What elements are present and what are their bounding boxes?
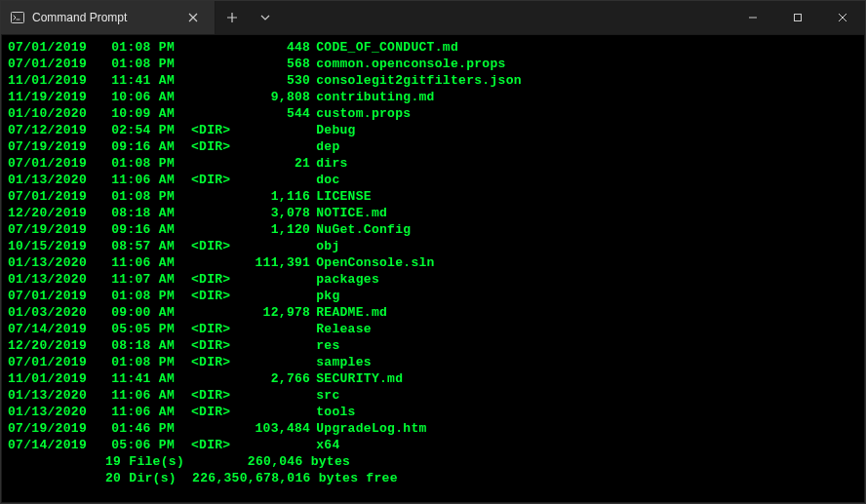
col-dir: <DIR> — [181, 271, 240, 288]
col-time: 02:54 PM — [111, 122, 181, 138]
tab-command-prompt[interactable]: Command Prompt — [1, 1, 216, 34]
listing-row: 07/01/2019 01:08 PM568common.openconsole… — [8, 56, 858, 72]
col-name: CODE_OF_CONDUCT.md — [310, 39, 458, 56]
col-time: 10:06 AM — [111, 89, 181, 105]
col-name: README.md — [310, 304, 387, 321]
col-name: consolegit2gitfilters.json — [310, 72, 522, 89]
col-dir: <DIR> — [181, 238, 240, 254]
listing-row: 07/19/2019 09:16 AM1,120NuGet.Config — [8, 221, 858, 238]
chevron-down-icon — [259, 12, 271, 23]
col-size: 21 — [240, 155, 310, 172]
col-time: 11:06 AM — [111, 254, 181, 271]
window-close-button[interactable] — [820, 1, 865, 34]
col-name: samples — [310, 354, 372, 370]
window-controls — [730, 1, 865, 34]
col-date: 07/01/2019 — [8, 39, 96, 56]
col-size: 2,766 — [240, 370, 310, 387]
col-name: common.openconsole.props — [310, 56, 505, 72]
col-dir: <DIR> — [181, 404, 240, 420]
col-date: 07/19/2019 — [8, 138, 96, 155]
col-date: 11/01/2019 — [8, 370, 96, 387]
col-time: 11:06 AM — [111, 172, 181, 188]
titlebar-drag-region[interactable] — [282, 1, 730, 34]
col-name: LICENSE — [310, 188, 372, 205]
col-size: 530 — [240, 72, 310, 89]
svg-rect-0 — [12, 13, 24, 23]
col-dir: <DIR> — [181, 387, 240, 404]
col-time: 11:07 AM — [111, 271, 181, 288]
col-time: 11:41 AM — [111, 72, 181, 89]
col-date: 07/19/2019 — [8, 420, 96, 437]
listing-row: 01/13/2020 11:06 AM111,391OpenConsole.sl… — [8, 254, 858, 271]
col-name: dirs — [310, 155, 347, 172]
col-size: 3,078 — [240, 205, 310, 221]
cmd-icon — [11, 11, 24, 24]
tab-dropdown-button[interactable] — [249, 1, 282, 34]
col-size: 103,484 — [240, 420, 310, 437]
col-name: UpgradeLog.htm — [310, 420, 426, 437]
col-date: 07/14/2019 — [8, 437, 96, 453]
col-time: 08:18 AM — [111, 337, 181, 354]
col-name: NOTICE.md — [310, 205, 387, 221]
col-date: 07/19/2019 — [8, 221, 96, 238]
col-dir: <DIR> — [181, 138, 240, 155]
col-time: 01:08 PM — [111, 288, 181, 304]
col-dir: <DIR> — [181, 354, 240, 370]
col-size: 111,391 — [240, 254, 310, 271]
col-time: 09:16 AM — [111, 138, 181, 155]
col-time: 01:08 PM — [111, 188, 181, 205]
tab-close-button[interactable] — [181, 6, 205, 29]
col-time: 11:06 AM — [111, 404, 181, 420]
col-time: 09:16 AM — [111, 221, 181, 238]
titlebar[interactable]: Command Prompt — [1, 1, 865, 34]
listing-row: 01/13/2020 11:07 AM<DIR>packages — [8, 271, 858, 288]
col-date: 11/19/2019 — [8, 89, 96, 105]
col-date: 01/13/2020 — [8, 172, 96, 188]
col-time: 11:41 AM — [111, 370, 181, 387]
col-time: 01:08 PM — [111, 354, 181, 370]
col-date: 01/13/2020 — [8, 254, 96, 271]
terminal-output[interactable]: 07/01/2019 01:08 PM448CODE_OF_CONDUCT.md… — [1, 34, 865, 503]
col-time: 01:08 PM — [111, 39, 181, 56]
summary-files: 19 File(s) 260,046 bytes — [8, 453, 858, 470]
col-time: 09:00 AM — [111, 304, 181, 321]
minimize-button[interactable] — [730, 1, 775, 34]
col-size: 1,116 — [240, 188, 310, 205]
col-date: 10/15/2019 — [8, 238, 96, 254]
col-name: packages — [310, 271, 379, 288]
listing-row: 12/20/2019 08:18 AM<DIR>res — [8, 337, 858, 354]
col-size: 544 — [240, 105, 310, 122]
col-name: src — [310, 387, 339, 404]
listing-row: 01/13/2020 11:06 AM<DIR>doc — [8, 172, 858, 188]
col-date: 01/03/2020 — [8, 304, 96, 321]
col-date: 07/12/2019 — [8, 122, 96, 138]
close-icon — [188, 13, 198, 22]
col-dir: <DIR> — [181, 437, 240, 453]
listing-row: 07/01/2019 01:08 PM<DIR>pkg — [8, 288, 858, 304]
summary-dirs: 20 Dir(s) 226,350,678,016 bytes free — [8, 470, 858, 486]
col-name: OpenConsole.sln — [310, 254, 435, 271]
col-name: res — [310, 337, 339, 354]
new-tab-button[interactable] — [216, 1, 249, 34]
tab-title: Command Prompt — [32, 11, 174, 24]
col-date: 11/01/2019 — [8, 72, 96, 89]
blank-line — [8, 486, 858, 503]
col-date: 07/01/2019 — [8, 155, 96, 172]
close-icon — [838, 13, 847, 22]
col-time: 01:46 PM — [111, 420, 181, 437]
maximize-button[interactable] — [775, 1, 820, 34]
col-name: obj — [310, 238, 339, 254]
col-date: 01/13/2020 — [8, 404, 96, 420]
listing-row: 07/01/2019 01:08 PM448CODE_OF_CONDUCT.md — [8, 39, 858, 56]
col-date: 12/20/2019 — [8, 205, 96, 221]
col-time: 01:08 PM — [111, 56, 181, 72]
col-time: 10:09 AM — [111, 105, 181, 122]
listing-row: 01/13/2020 11:06 AM<DIR>tools — [8, 404, 858, 420]
col-name: custom.props — [310, 105, 411, 122]
col-size: 12,978 — [240, 304, 310, 321]
col-dir: <DIR> — [181, 172, 240, 188]
col-dir: <DIR> — [181, 337, 240, 354]
col-name: Release — [310, 321, 372, 337]
col-time: 05:06 PM — [111, 437, 181, 453]
col-size: 1,120 — [240, 221, 310, 238]
